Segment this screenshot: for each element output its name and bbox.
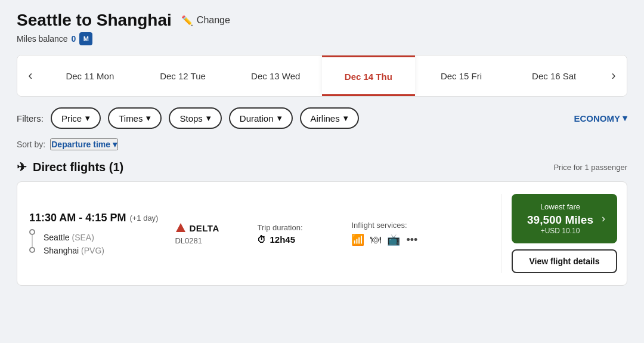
inflight-icons: 📶 🍽 📺 ••• [351,233,447,246]
wifi-icon: 📶 [351,233,364,246]
chevron-down-icon: ▾ [113,140,117,149]
date-tab-2[interactable]: Dec 13 Wed [229,55,322,96]
dest-dot [29,247,35,253]
section-title: ✈ Direct flights (1) [17,160,123,174]
screen-icon: 📺 [387,233,400,246]
food-icon: 🍽 [370,234,381,246]
flight-times: 11:30 AM - 4:15 PM (+1 day) Seattle (SEA… [29,212,158,255]
date-tab-5[interactable]: Dec 16 Sat [507,55,600,96]
route-dots [29,229,35,253]
date-tab-4[interactable]: Dec 15 Fri [415,55,508,96]
sort-row: Sort by: Departure time ▾ [17,138,627,150]
lowest-fare-button[interactable]: Lowest fare 39,500 Miles +USD 10.10 › [512,194,617,243]
origin-city: Seattle (SEA) [44,233,104,242]
miles-icon: M [79,32,92,45]
route-line [32,235,33,247]
prev-date-arrow[interactable]: ‹ [17,55,44,96]
flight-main: 11:30 AM - 4:15 PM (+1 day) Seattle (SEA… [29,212,501,255]
chevron-down-icon: ▾ [85,113,90,123]
date-nav: ‹ Dec 11 Mon Dec 12 Tue Dec 13 Wed Dec 1… [17,55,627,97]
lowest-fare-miles: 39,500 Miles [524,214,597,227]
view-details-button[interactable]: View flight details [512,249,617,273]
day-diff: (+1 day) [129,214,158,223]
plane-icon: ✈ [17,160,27,174]
clock-icon: ⏱ [257,234,266,245]
time-range: 11:30 AM - 4:15 PM (+1 day) [29,212,158,224]
filters-row: Filters: Price ▾ Times ▾ Stops ▾ Duratio… [17,107,627,129]
times-filter-button[interactable]: Times ▾ [108,107,162,129]
date-tabs: Dec 11 Mon Dec 12 Tue Dec 13 Wed Dec 14 … [44,55,600,96]
trip-duration-label: Trip duration: [257,223,335,232]
miles-balance: Miles balance 0 M [17,32,230,45]
filters-label: Filters: [17,113,44,123]
duration-filter-button[interactable]: Duration ▾ [229,107,293,129]
date-tab-1[interactable]: Dec 12 Tue [137,55,230,96]
trip-duration-value: ⏱ 12h45 [257,234,335,245]
trip-duration: Trip duration: ⏱ 12h45 [257,223,335,245]
airline-section: DELTA DL0281 [175,222,240,245]
arrow-right-icon: › [602,212,605,225]
airline-name: DELTA [189,223,219,233]
chevron-down-icon: ▾ [343,113,348,123]
dest-city: Shanghai (PVG) [44,246,104,255]
airlines-filter-button[interactable]: Airlines ▾ [300,107,359,129]
chevron-down-icon: ▾ [277,113,282,123]
price-filter-button[interactable]: Price ▾ [51,107,101,129]
flight-card: 11:30 AM - 4:15 PM (+1 day) Seattle (SEA… [17,181,627,286]
svg-marker-0 [176,223,185,232]
chevron-down-icon: ▾ [206,113,211,123]
origin-dot [29,229,35,235]
airline-logo: DELTA [175,222,240,234]
more-icon: ••• [406,234,417,246]
date-tab-0[interactable]: Dec 11 Mon [44,55,137,96]
inflight-label: Inflight services: [351,221,447,230]
inflight-services: Inflight services: 📶 🍽 📺 ••• [351,221,447,246]
flight-number: DL0281 [175,236,240,245]
lowest-fare-label: Lowest fare [524,202,597,211]
next-date-arrow[interactable]: › [600,55,627,96]
change-button[interactable]: ✏️ Change [181,13,230,29]
lowest-fare-info: Lowest fare 39,500 Miles +USD 10.10 [524,202,597,235]
sort-label: Sort by: [17,140,45,149]
chevron-down-icon: ▾ [623,113,627,123]
price-note: Price for 1 passenger [553,163,627,172]
delta-logo-icon [175,222,187,234]
cities-column: Seattle (SEA) Shanghai (PVG) [44,233,104,255]
lowest-fare-usd: +USD 10.10 [524,227,597,235]
page-title: Seattle to Shanghai [17,11,172,30]
sort-value-button[interactable]: Departure time ▾ [50,138,118,150]
stops-filter-button[interactable]: Stops ▾ [169,107,221,129]
cabin-class-button[interactable]: ECONOMY ▾ [574,113,627,123]
chevron-down-icon: ▾ [146,113,151,123]
edit-icon: ✏️ [181,15,193,26]
date-tab-3[interactable]: Dec 14 Thu [322,55,415,96]
section-header: ✈ Direct flights (1) Price for 1 passeng… [17,160,627,174]
price-section: Lowest fare 39,500 Miles +USD 10.10 › Vi… [501,194,627,273]
